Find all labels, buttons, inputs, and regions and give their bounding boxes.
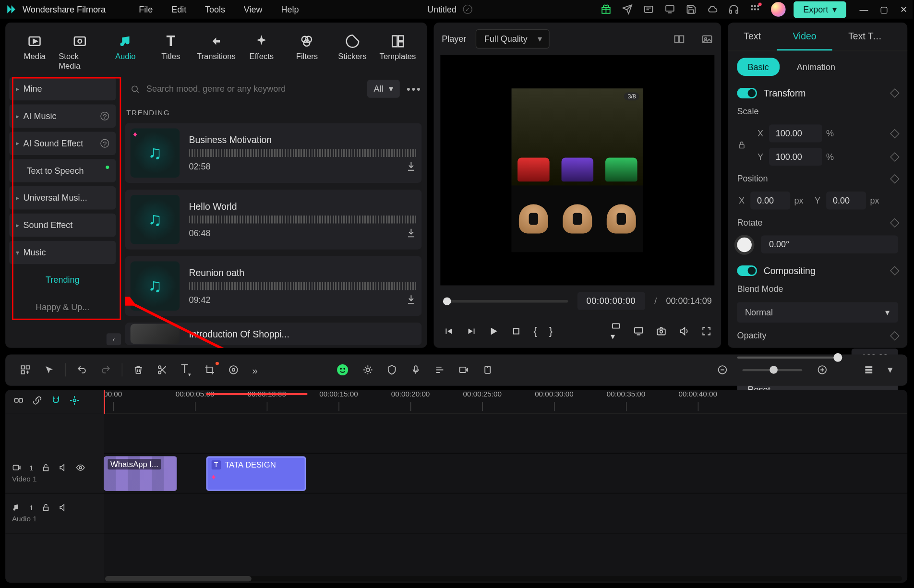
props-tab-video[interactable]: Video <box>777 23 832 50</box>
keyframe-diamond-icon[interactable] <box>890 331 900 340</box>
info-icon[interactable]: ? <box>100 112 109 120</box>
timeline-horizontal-scrollbar[interactable] <box>105 576 902 581</box>
tab-filters[interactable]: Filters <box>286 29 328 77</box>
title-clip[interactable]: TTATA DESIGN ♦ <box>206 456 306 491</box>
preview-viewport[interactable]: 3/8 <box>440 55 714 285</box>
export-button[interactable]: Export ▾ <box>794 1 846 18</box>
more-tools-icon[interactable]: » <box>247 362 263 379</box>
opacity-slider[interactable] <box>737 357 842 359</box>
visibility-icon[interactable] <box>76 463 85 472</box>
save-icon[interactable] <box>686 4 697 14</box>
sub-tab-basic[interactable]: Basic <box>737 58 779 76</box>
sidebar-item-universal-music[interactable]: ▸Universal Musi... <box>9 186 116 210</box>
screen-icon[interactable] <box>633 325 644 336</box>
minimize-icon[interactable]: — <box>859 4 868 14</box>
sidebar-item-sound-effect[interactable]: ▸Sound Effect <box>9 214 116 237</box>
tab-titles[interactable]: TTitles <box>149 29 192 77</box>
tab-audio[interactable]: Audio <box>104 29 147 77</box>
track-lanes[interactable]: WhatsApp I... TTATA DESIGN ♦ <box>104 413 907 583</box>
magnet-icon[interactable] <box>50 395 61 406</box>
props-tab-text[interactable]: Text <box>728 23 777 50</box>
mark-out-icon[interactable]: } <box>549 325 553 337</box>
sidebar-sub-trending[interactable]: Trending <box>9 268 116 291</box>
zoom-in-icon[interactable] <box>812 362 833 378</box>
menu-help[interactable]: Help <box>281 4 299 14</box>
cloud-icon[interactable] <box>708 4 718 14</box>
mic-icon[interactable] <box>405 362 426 378</box>
volume-icon[interactable] <box>678 325 689 336</box>
prev-frame-icon[interactable] <box>443 325 454 336</box>
track-item[interactable]: ♫ Hello World06:48 <box>125 190 422 250</box>
transform-toggle[interactable] <box>737 88 757 98</box>
search-input[interactable] <box>146 84 355 94</box>
keyframe-diamond-icon[interactable] <box>890 88 900 98</box>
headphones-icon[interactable] <box>729 4 739 14</box>
pos-y-input[interactable] <box>826 192 866 209</box>
marker-icon[interactable] <box>477 362 498 378</box>
text-tool-icon[interactable]: T▾ <box>176 360 196 380</box>
redo-icon[interactable] <box>95 362 116 378</box>
tab-media[interactable]: Media <box>13 29 56 77</box>
color-icon[interactable] <box>223 362 244 378</box>
download-icon[interactable] <box>406 161 416 171</box>
track-item[interactable]: ♫ Reunion oath09:42 <box>125 256 422 316</box>
quality-toggle-icon[interactable]: ▾ <box>611 321 621 341</box>
timeline-ruler[interactable]: 00:00 00:00:05:00 00:00:10:00 00:00:15:0… <box>104 389 907 413</box>
menu-file[interactable]: File <box>139 4 153 14</box>
download-icon[interactable] <box>406 294 416 305</box>
fullscreen-icon[interactable] <box>701 325 712 336</box>
audio-lane[interactable] <box>104 493 907 533</box>
rotate-knob[interactable] <box>737 237 751 252</box>
link-icon[interactable] <box>13 395 24 406</box>
filter-dropdown[interactable]: All▾ <box>367 80 400 97</box>
gift-icon[interactable] <box>601 4 612 14</box>
pos-x-input[interactable] <box>750 192 790 209</box>
sparkle-icon[interactable] <box>357 362 378 378</box>
tab-effects[interactable]: Effects <box>240 29 283 77</box>
step-back-icon[interactable] <box>466 325 476 336</box>
audio-mixer-icon[interactable] <box>429 362 450 378</box>
chevron-down-icon[interactable]: ▾ <box>882 361 898 379</box>
playhead[interactable] <box>104 389 105 413</box>
sidebar-item-text-to-speech[interactable]: Text to Speech <box>9 159 116 182</box>
video-clip[interactable]: WhatsApp I... <box>104 456 177 491</box>
rotate-value[interactable]: 0.00° <box>761 236 898 253</box>
shield-icon[interactable] <box>381 362 402 378</box>
crop-icon[interactable] <box>199 362 220 378</box>
download-icon[interactable] <box>406 228 416 238</box>
video-lane[interactable]: WhatsApp I... TTATA DESIGN ♦ <box>104 454 907 493</box>
lock-track-icon[interactable] <box>41 503 50 512</box>
delete-icon[interactable] <box>128 362 149 378</box>
mute-track-icon[interactable] <box>59 463 68 472</box>
tab-templates[interactable]: Templates <box>376 29 419 77</box>
snapshot-icon[interactable] <box>656 325 666 336</box>
split-icon[interactable] <box>152 362 173 378</box>
mark-in-icon[interactable]: { <box>533 325 537 337</box>
collapse-sidebar-button[interactable]: ‹ <box>107 333 121 345</box>
aspect-toggle-icon[interactable] <box>673 33 685 45</box>
menu-tools[interactable]: Tools <box>205 4 225 14</box>
sub-tab-animation[interactable]: Animation <box>786 58 846 76</box>
info-icon[interactable]: ? <box>100 139 109 148</box>
maximize-icon[interactable]: ▢ <box>880 4 888 14</box>
chain-icon[interactable] <box>32 395 43 406</box>
lock-track-icon[interactable] <box>41 463 50 472</box>
quality-select[interactable]: Full Quality <box>476 29 550 48</box>
keyframe-diamond-icon[interactable] <box>890 129 900 138</box>
zoom-out-icon[interactable] <box>712 362 733 378</box>
auto-icon[interactable] <box>69 395 80 406</box>
play-icon[interactable] <box>488 325 499 336</box>
keyframe-diamond-icon[interactable] <box>890 218 900 228</box>
menu-view[interactable]: View <box>244 4 263 14</box>
menu-edit[interactable]: Edit <box>171 4 186 14</box>
tab-transitions[interactable]: Transitions <box>195 29 238 77</box>
grid-icon[interactable] <box>750 4 760 14</box>
track-item[interactable]: Introduction Of Shoppi... <box>125 323 422 345</box>
message-icon[interactable] <box>644 4 654 14</box>
keyframe-diamond-icon[interactable] <box>890 266 900 276</box>
select-icon[interactable] <box>38 362 60 378</box>
sidebar-sub-happy[interactable]: Happy & Up... <box>9 295 116 319</box>
scale-y-input[interactable] <box>769 148 822 166</box>
lock-icon[interactable] <box>737 140 746 149</box>
track-height-icon[interactable] <box>858 362 879 378</box>
